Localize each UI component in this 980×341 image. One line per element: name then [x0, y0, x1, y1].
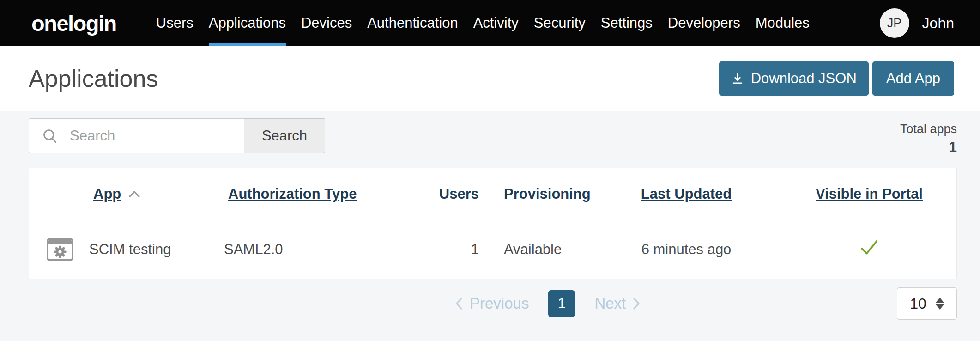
pagination-controls: Previous 1 Next [454, 287, 641, 320]
app-icon-cell [29, 238, 89, 261]
app-name-link[interactable]: SCIM testing [89, 241, 224, 258]
chevron-right-icon [631, 296, 641, 311]
previous-page-button[interactable]: Previous [454, 295, 529, 312]
download-json-button[interactable]: Download JSON [719, 61, 869, 96]
nav-item-developers[interactable]: Developers [668, 0, 740, 46]
total-apps-label: Total apps [900, 122, 957, 136]
check-icon [859, 238, 880, 257]
applications-table: App Authorization Type Users Provisionin… [29, 168, 957, 279]
add-app-button[interactable]: Add App [872, 61, 954, 96]
page-size-selector[interactable]: 10 [897, 287, 957, 320]
users-count-cell: 1 [390, 241, 479, 258]
current-page-button[interactable]: 1 [548, 290, 575, 317]
last-updated-cell: 6 minutes ago [622, 241, 750, 258]
search-input[interactable] [29, 118, 244, 153]
pagination: Previous 1 Next 10 [29, 287, 957, 321]
next-page-button[interactable]: Next [594, 295, 641, 312]
nav-item-modules[interactable]: Modules [756, 0, 810, 46]
previous-label: Previous [470, 295, 529, 312]
nav-item-users[interactable]: Users [156, 0, 194, 46]
total-apps: Total apps 1 [900, 118, 957, 156]
nav-item-applications[interactable]: Applications [209, 0, 286, 46]
avatar[interactable]: JP [880, 8, 909, 38]
column-header-authorization-type[interactable]: Authorization Type [224, 186, 390, 202]
visible-in-portal-cell [750, 238, 956, 261]
gear-app-icon[interactable] [47, 238, 73, 261]
toolbar: Search Total apps 1 [29, 111, 957, 156]
search-button[interactable]: Search [244, 118, 325, 153]
table-header-row: App Authorization Type Users Provisionin… [29, 168, 956, 220]
top-navigation: onelogin Users Applications Devices Auth… [0, 0, 980, 46]
nav-item-authentication[interactable]: Authentication [367, 0, 458, 46]
search-icon [42, 128, 58, 144]
nav-item-activity[interactable]: Activity [473, 0, 519, 46]
download-json-label: Download JSON [751, 70, 857, 87]
next-label: Next [594, 295, 626, 312]
page-size-value: 10 [910, 295, 926, 312]
add-app-label: Add App [886, 70, 940, 87]
authorization-type-cell: SAML2.0 [224, 241, 390, 258]
header-buttons: Download JSON Add App [719, 61, 954, 96]
content-area: Search Total apps 1 App Authorization Ty… [0, 111, 980, 321]
sort-ascending-icon [128, 190, 140, 198]
nav-item-settings[interactable]: Settings [601, 0, 653, 46]
download-icon [731, 72, 744, 85]
total-apps-count: 1 [900, 139, 957, 156]
gear-icon [48, 244, 72, 259]
user-name[interactable]: John [922, 15, 954, 32]
column-header-provisioning: Provisioning [479, 186, 622, 202]
spinner-up-icon [936, 298, 944, 303]
onelogin-logo[interactable]: onelogin [31, 11, 116, 36]
spinner-arrows [936, 298, 944, 310]
spinner-down-icon [936, 304, 944, 310]
page-header: Applications Download JSON Add App [0, 46, 980, 111]
nav-menu: Users Applications Devices Authenticatio… [156, 0, 810, 46]
nav-item-security[interactable]: Security [534, 0, 586, 46]
provisioning-cell: Available [479, 241, 622, 258]
column-header-last-updated[interactable]: Last Updated [622, 186, 750, 202]
app-icon-titlebar [48, 240, 72, 244]
chevron-left-icon [454, 296, 464, 311]
search-group: Search [29, 118, 325, 153]
column-header-users: Users [390, 186, 479, 202]
table-row[interactable]: SCIM testing SAML2.0 1 Available 6 minut… [29, 220, 956, 279]
nav-user-area: JP John [880, 0, 954, 46]
nav-item-devices[interactable]: Devices [301, 0, 352, 46]
column-header-visible-in-portal[interactable]: Visible in Portal [750, 186, 956, 202]
page-title: Applications [29, 65, 158, 92]
column-header-app[interactable]: App [89, 186, 224, 202]
search-field-wrap [29, 118, 244, 153]
